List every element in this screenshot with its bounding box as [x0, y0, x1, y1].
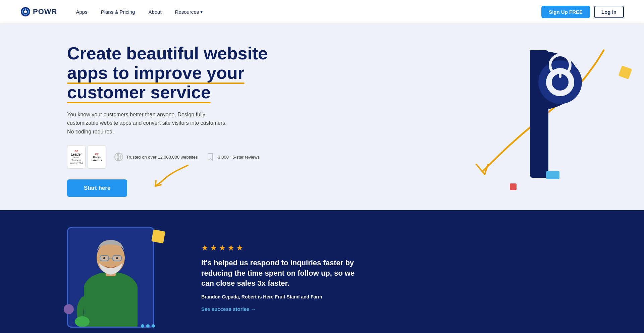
trust-reviews-text: 3,000+ 5-star reviews	[218, 155, 260, 160]
person-frame	[67, 227, 154, 328]
star-4: ★	[227, 243, 235, 253]
testimonial-author: Brandon Cepada, Robert is Here Fruit Sta…	[201, 294, 610, 299]
powr-logo-icon	[20, 6, 31, 17]
deco-red-square	[510, 183, 517, 190]
hero-section: Create beautiful website apps to improve…	[0, 23, 644, 210]
svg-point-17	[103, 257, 105, 259]
navbar: POWR Apps Plans & Pricing About Resource…	[0, 0, 644, 23]
trust-stat-reviews: 3,000+ 5-star reviews	[206, 152, 260, 162]
testimonial-content: ★ ★ ★ ★ ★ It's helped us respond to inqu…	[201, 243, 610, 312]
star-rating: ★ ★ ★ ★ ★	[201, 243, 610, 253]
g2-users-love-badge: G2 UsersLove Us	[88, 145, 106, 169]
star-2: ★	[210, 243, 217, 253]
blue-dot-3	[152, 324, 155, 328]
globe-icon	[114, 152, 123, 162]
logo[interactable]: POWR	[20, 6, 57, 17]
arrow-svg	[154, 162, 195, 189]
testimonial-section: ★ ★ ★ ★ ★ It's helped us respond to inqu…	[0, 210, 644, 333]
deco-gold-square-testimonial	[151, 230, 165, 244]
signup-button[interactable]: Sign Up FREE	[541, 6, 590, 18]
chevron-down-icon: ▾	[200, 9, 203, 15]
logo-text: POWR	[33, 7, 57, 16]
hero-title: Create beautiful website apps to improve…	[67, 44, 268, 102]
svg-point-19	[75, 316, 90, 327]
deco-blue-dots	[141, 324, 161, 331]
login-button[interactable]: Log In	[594, 6, 624, 18]
testimonial-quote: It's helped us respond to inquiries fast…	[201, 258, 356, 289]
nav-plans-pricing[interactable]: Plans & Pricing	[96, 6, 141, 17]
powr-illustration-svg	[456, 30, 617, 181]
star-5: ★	[236, 243, 244, 253]
blue-dot-1	[141, 324, 144, 328]
svg-point-18	[116, 257, 118, 259]
nav-apps[interactable]: Apps	[70, 6, 93, 17]
trust-websites-text: Trusted on over 12,000,000 websites	[126, 155, 198, 160]
trust-stat-websites: Trusted on over 12,000,000 websites	[114, 152, 198, 162]
arrow-decoration	[154, 162, 195, 190]
g2-leader-badge: G2 Leader Small BusinessWinter 2024	[67, 145, 86, 169]
hero-subtitle: You know your customers better than anyo…	[67, 110, 235, 136]
person-svg	[74, 233, 148, 327]
nav-about[interactable]: About	[143, 6, 167, 17]
deco-gold-square	[618, 65, 632, 79]
blue-dot-2	[146, 324, 150, 328]
g2-badges: G2 Leader Small BusinessWinter 2024 G2 U…	[67, 145, 106, 169]
star-1: ★	[201, 243, 209, 253]
testimonial-image-area	[67, 227, 174, 328]
svg-rect-11	[546, 171, 559, 179]
nav-links: Apps Plans & Pricing About Resources ▾	[70, 6, 541, 17]
nav-resources[interactable]: Resources ▾	[170, 6, 209, 17]
hero-illustration	[456, 30, 617, 181]
see-success-stories-link[interactable]: See success stories →	[201, 306, 610, 312]
star-3: ★	[219, 243, 226, 253]
hero-title-line3: customer service	[67, 82, 211, 102]
hero-title-line2: apps to improve your	[67, 63, 245, 82]
svg-point-1	[24, 10, 27, 13]
nav-actions: Sign Up FREE Log In	[541, 6, 624, 18]
start-here-button[interactable]: Start here	[67, 179, 127, 197]
bookmark-icon	[206, 152, 215, 162]
